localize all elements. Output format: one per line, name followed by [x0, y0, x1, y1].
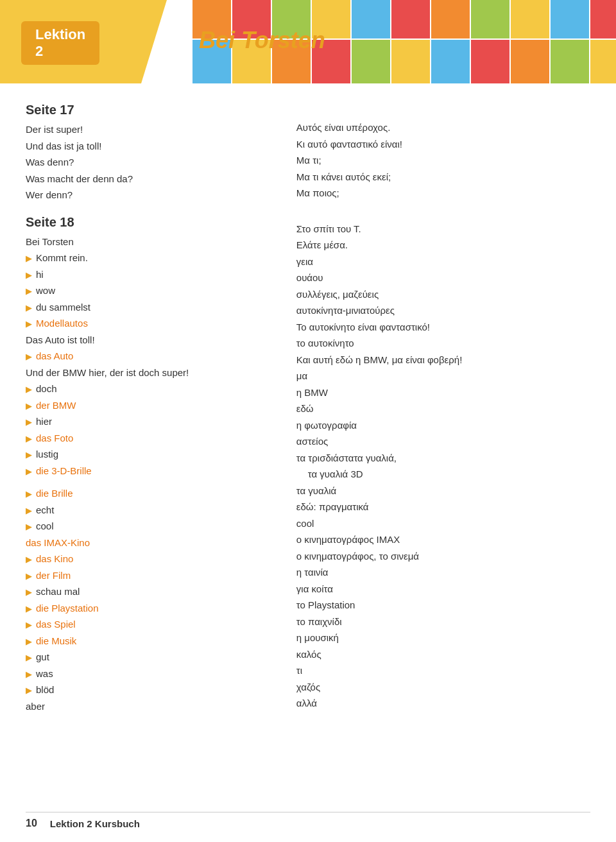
translation-item: Το αυτοκίνητο είναι φανταστικό! [296, 319, 590, 336]
list-item: ▶blöd [26, 682, 271, 698]
left-column: Seite 17 Der ist super! Und das ist ja t… [26, 96, 284, 714]
list-item: ▶die Musik [26, 633, 271, 649]
translation-item: Μα ποιος; [296, 185, 590, 202]
list-item: ▶das Kino [26, 551, 271, 567]
right-column: Αυτός είναι υπέροχος. Κι αυτό φανταστικό… [284, 96, 590, 714]
footer-label: Lektion 2 Kursbuch [50, 818, 140, 829]
list-item: ▶das Foto [26, 430, 271, 447]
list-item: Was macht der denn da? [26, 171, 271, 187]
translation-item: αστείος [296, 433, 590, 450]
translation-item: τι [296, 662, 590, 679]
list-item: ▶wow [26, 282, 271, 299]
svg-rect-21 [551, 40, 589, 83]
translation-item: ο κινηματογράφος IMAX [296, 531, 590, 548]
translation-item: γεια [296, 253, 590, 270]
translation-item: συλλέγεις, μαζεύεις [296, 286, 590, 303]
list-item: Wer denn? [26, 187, 271, 203]
seite17-title: Seite 17 [26, 103, 271, 117]
translation-item: Στο σπίτι του Τ. [296, 221, 590, 237]
translation-item: το Playstation [296, 597, 590, 614]
translation-item: το παιχνίδι [296, 614, 590, 630]
svg-rect-8 [471, 0, 509, 39]
translation-item: καλός [296, 646, 590, 663]
svg-rect-5 [352, 0, 390, 39]
svg-rect-6 [391, 0, 430, 39]
list-item: ▶echt [26, 502, 271, 519]
translation-item: η μουσική [296, 630, 590, 646]
list-item: ▶die Playstation [26, 600, 271, 617]
svg-rect-18 [431, 40, 470, 83]
translation-item: Μα τι κάνει αυτός εκεί; [296, 169, 590, 185]
main-content: Seite 17 Der ist super! Und das ist ja t… [0, 83, 616, 740]
svg-rect-17 [391, 40, 430, 83]
list-item: Der ist super! [26, 121, 271, 138]
svg-rect-19 [471, 40, 509, 83]
translation-item: η ταινία [296, 564, 590, 581]
translation-item: cool [296, 515, 590, 532]
translation-item: για κοίτα [296, 581, 590, 597]
list-item: ▶du sammelst [26, 299, 271, 316]
translation-item: αυτοκίνητα-μινιατούρες [296, 302, 590, 319]
list-item: Und der BMW hier, der ist doch super! [26, 365, 271, 381]
seite17-items: Der ist super! Und das ist ja toll! Was … [26, 121, 271, 203]
seite18-title: Seite 18 [26, 215, 271, 230]
list-item: ▶das Spiel [26, 616, 271, 633]
list-item: ▶lustig [26, 446, 271, 463]
list-item: ▶Modellautos [26, 315, 271, 332]
svg-rect-20 [511, 40, 549, 83]
translation-item: Κι αυτό φανταστικό είναι! [296, 136, 590, 153]
translation-item: τα τρισδιάστατα γυαλιά, [296, 450, 590, 467]
list-item: ▶schau mal [26, 583, 271, 600]
svg-rect-10 [551, 0, 589, 39]
translation-item: η φωτογραφία [296, 417, 590, 434]
svg-rect-7 [431, 0, 470, 39]
list-item: Das Auto ist toll! [26, 332, 271, 348]
page-title: Bei Torsten [199, 27, 325, 54]
list-item: ▶Kommt rein. [26, 250, 271, 266]
list-item: ▶der BMW [26, 397, 271, 414]
translation-item: τα γυαλιά [296, 483, 590, 499]
translation-item: το αυτοκίνητο [296, 335, 590, 352]
list-item: ▶das Auto [26, 348, 271, 365]
list-item: Was denn? [26, 154, 271, 171]
list-item: ▶cool [26, 518, 271, 535]
list-item: ▶doch [26, 381, 271, 397]
list-item: ▶was [26, 666, 271, 682]
translation-item: μα [296, 368, 590, 384]
header: Lektion 2 Bei Torsten [0, 0, 616, 83]
svg-rect-11 [590, 0, 616, 39]
list-item: das IMAX-Kino [26, 535, 271, 551]
footer-lektion-label: Lektion 2 [50, 818, 92, 829]
list-item: Und das ist ja toll! [26, 138, 271, 155]
translation-item: τα γυαλιά 3D [296, 466, 590, 483]
list-item: ▶die Brille [26, 485, 271, 502]
translation-item: αλλά [296, 695, 590, 712]
footer-type-label: Kursbuch [95, 818, 140, 829]
list-item: aber [26, 698, 271, 715]
translation-item: η BMW [296, 384, 590, 401]
footer-page-number: 10 [26, 818, 37, 829]
translation-item: Και αυτή εδώ η BMW, μα είναι φοβερή! [296, 352, 590, 368]
list-item: ▶die 3-D-Brille [26, 463, 271, 479]
svg-rect-16 [352, 40, 390, 83]
footer: 10 Lektion 2 Kursbuch [26, 812, 590, 829]
translation-item: χαζός [296, 679, 590, 696]
translation-item: Μα τι; [296, 152, 590, 169]
translation-item: εδώ [296, 400, 590, 417]
list-item: Bei Torsten [26, 234, 271, 250]
translation-item: Αυτός είναι υπέροχος. [296, 119, 590, 136]
translation-item: Ελάτε μέσα. [296, 237, 590, 253]
list-item: ▶gut [26, 649, 271, 666]
svg-rect-9 [511, 0, 549, 39]
translation-item: εδώ: πραγματικά [296, 499, 590, 515]
svg-rect-22 [590, 40, 616, 83]
translation-item: ουάου [296, 270, 590, 286]
list-item: ▶hier [26, 413, 271, 430]
list-item: ▶hi [26, 266, 271, 283]
translation-item: ο κινηματογράφος, το σινεμά [296, 548, 590, 565]
list-item: ▶der Film [26, 567, 271, 584]
